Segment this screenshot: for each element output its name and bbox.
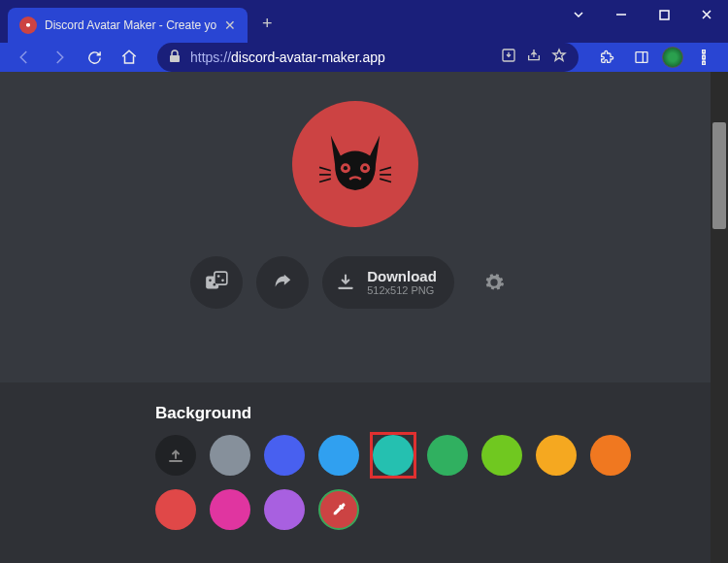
color-swatch[interactable]	[264, 489, 305, 530]
svg-point-7	[702, 50, 706, 53]
share-arrow-icon	[272, 272, 293, 293]
color-swatch[interactable]	[427, 435, 468, 476]
favicon-icon	[19, 17, 37, 34]
share-button[interactable]	[256, 256, 309, 309]
cat-avatar-icon	[314, 123, 396, 205]
color-swatch[interactable]	[481, 435, 522, 476]
upload-background-button[interactable]	[155, 435, 196, 476]
gear-icon	[483, 272, 505, 293]
color-swatch[interactable]	[155, 489, 196, 530]
close-tab-icon[interactable]: ✕	[224, 17, 236, 33]
avatar-preview	[292, 101, 418, 227]
color-swatch[interactable]	[264, 435, 305, 476]
share-icon[interactable]	[526, 48, 542, 67]
scrollbar[interactable]	[711, 72, 728, 563]
svg-rect-3	[170, 55, 180, 62]
sidepanel-icon[interactable]	[627, 43, 656, 72]
maximize-button[interactable]	[643, 0, 685, 29]
address-bar[interactable]: https://discord-avatar-maker.app	[157, 43, 579, 72]
color-swatch[interactable]	[373, 435, 414, 476]
svg-rect-21	[215, 272, 227, 284]
forward-button[interactable]	[45, 43, 74, 72]
svg-line-17	[380, 167, 391, 170]
svg-point-9	[702, 61, 706, 65]
svg-point-25	[221, 280, 224, 282]
download-icon	[336, 273, 355, 292]
extensions-icon[interactable]	[592, 43, 621, 72]
upload-icon	[167, 447, 184, 464]
eyedropper-icon	[330, 501, 347, 518]
svg-point-12	[344, 166, 347, 170]
bookmark-star-icon[interactable]	[551, 48, 567, 67]
back-button[interactable]	[10, 43, 39, 72]
download-sublabel: 512x512 PNG	[367, 284, 437, 296]
background-heading: Background	[155, 404, 672, 423]
svg-line-14	[319, 167, 331, 170]
color-swatch[interactable]	[536, 435, 577, 476]
install-app-icon[interactable]	[501, 48, 516, 67]
svg-rect-2	[660, 11, 669, 19]
settings-button[interactable]	[468, 256, 520, 309]
dice-icon	[204, 270, 229, 295]
download-label: Download	[367, 269, 437, 285]
color-picker-button[interactable]	[318, 489, 359, 530]
svg-point-24	[217, 275, 220, 278]
reload-button[interactable]	[80, 43, 109, 72]
svg-point-8	[702, 55, 706, 59]
randomize-button[interactable]	[190, 256, 243, 309]
titlebar: Discord Avatar Maker - Create yo ✕ +	[0, 0, 728, 43]
background-section: Background	[0, 382, 711, 563]
svg-point-13	[363, 166, 367, 170]
lock-icon	[169, 50, 181, 66]
browser-toolbar: https://discord-avatar-maker.app	[0, 43, 728, 72]
menu-dots-icon[interactable]	[689, 43, 718, 72]
window-controls	[557, 0, 728, 29]
download-button[interactable]: Download 512x512 PNG	[322, 256, 454, 309]
new-tab-button[interactable]: +	[253, 10, 281, 37]
color-swatch[interactable]	[210, 435, 250, 476]
color-swatch[interactable]	[318, 435, 359, 476]
profile-avatar[interactable]	[662, 47, 683, 68]
svg-line-16	[319, 179, 331, 182]
browser-tab[interactable]: Discord Avatar Maker - Create yo ✕	[8, 8, 248, 43]
chevron-down-icon[interactable]	[557, 0, 600, 29]
color-swatch[interactable]	[590, 435, 631, 476]
page-content: Download 512x512 PNG Background	[0, 72, 711, 563]
svg-point-22	[209, 280, 212, 282]
scrollbar-thumb[interactable]	[712, 122, 726, 229]
close-window-button[interactable]	[685, 0, 728, 29]
url-text: https://discord-avatar-maker.app	[190, 50, 491, 65]
svg-point-23	[214, 283, 216, 286]
minimize-button[interactable]	[600, 0, 643, 29]
svg-rect-5	[636, 52, 647, 63]
tab-title: Discord Avatar Maker - Create yo	[45, 18, 216, 32]
svg-line-19	[380, 179, 391, 182]
color-swatch[interactable]	[210, 489, 250, 530]
home-button[interactable]	[115, 43, 144, 72]
